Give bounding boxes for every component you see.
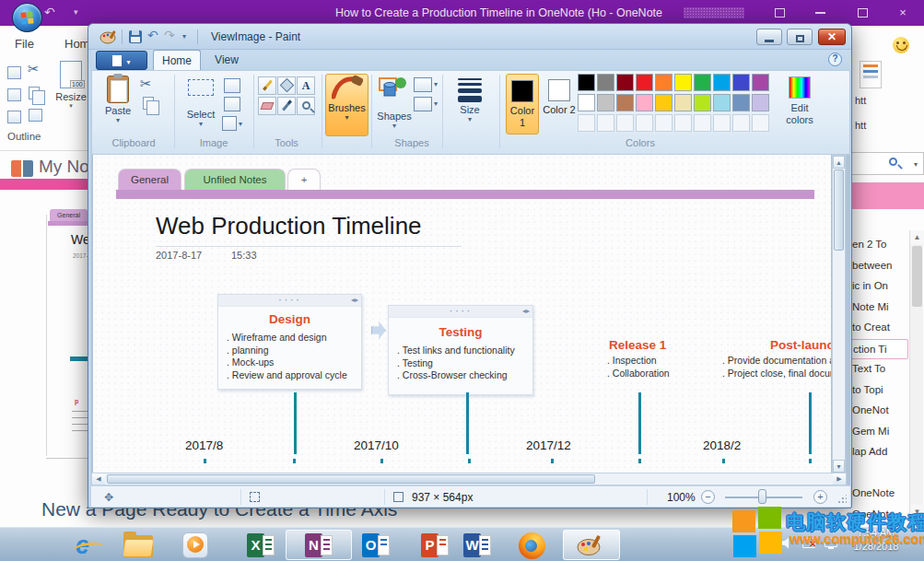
color-swatch-empty[interactable] — [732, 114, 750, 132]
select-button[interactable]: Select ▾ — [181, 76, 220, 128]
color-swatch[interactable] — [616, 94, 634, 111]
paint-titlebar[interactable]: ↶ ↷ ▾ ViewImage - Paint ✕ — [88, 24, 851, 50]
color-swatch[interactable] — [674, 94, 692, 111]
eraser-tool-icon[interactable] — [258, 97, 276, 115]
help-icon[interactable]: ? — [828, 53, 842, 66]
scrollbar-thumb[interactable] — [834, 169, 844, 251]
pencil-tool-icon[interactable] — [258, 76, 276, 95]
onenote-file-tab[interactable]: File — [15, 37, 34, 51]
shapes-icon[interactable] — [379, 76, 408, 101]
copy-icon[interactable] — [143, 97, 154, 110]
color2-button[interactable]: Color 2 — [543, 74, 576, 134]
color-swatch[interactable] — [636, 94, 653, 111]
color-swatch[interactable] — [732, 74, 750, 91]
color-swatch[interactable] — [578, 74, 595, 91]
color-swatch[interactable] — [752, 94, 769, 111]
onenote-scrollbar[interactable]: ▲ ▼ — [909, 230, 923, 519]
scroll-up-icon[interactable]: ▲ — [910, 230, 924, 244]
paint-redo-icon[interactable]: ↷ — [164, 28, 175, 42]
file-explorer-icon[interactable] — [123, 532, 153, 557]
onenote-restore-button[interactable] — [853, 6, 871, 19]
shape-fill-icon[interactable] — [414, 97, 432, 111]
scroll-up-icon[interactable]: ▲ — [833, 156, 845, 169]
scroll-left-icon[interactable]: ◀ — [92, 473, 105, 485]
media-player-icon[interactable] — [182, 532, 208, 558]
scroll-down-icon[interactable]: ▼ — [833, 460, 845, 473]
color-swatch[interactable] — [713, 74, 731, 91]
color-swatch[interactable] — [597, 94, 614, 111]
brushes-button[interactable]: Brushes ▾ — [325, 74, 368, 136]
fill-dropdown-icon[interactable]: ▾ — [434, 99, 438, 108]
scrollbar-thumb[interactable] — [912, 246, 922, 307]
resize-grip[interactable] — [837, 495, 847, 504]
paint-undo-icon[interactable]: ↶ — [147, 28, 158, 42]
smiley-feedback-icon[interactable] — [893, 37, 909, 53]
color-swatch[interactable] — [694, 94, 711, 111]
fill-tool-icon[interactable] — [277, 76, 296, 95]
paste-icon[interactable] — [29, 87, 40, 99]
rotate-icon[interactable] — [222, 116, 237, 131]
magnifier-tool-icon[interactable] — [297, 97, 315, 115]
scroll-right-icon[interactable]: ▶ — [833, 473, 846, 485]
undo-icon[interactable]: ↶ — [44, 5, 55, 19]
outline-dropdown-icon[interactable]: ▾ — [434, 80, 438, 88]
search-scope-dropdown-icon[interactable]: ▾ — [914, 160, 918, 169]
cut-icon[interactable]: ✂ — [28, 61, 40, 77]
crop-icon[interactable] — [224, 78, 240, 93]
cut-tool-icon[interactable]: ✂ — [140, 76, 152, 92]
color-swatch[interactable] — [713, 94, 731, 111]
onenote-close-button[interactable]: × — [894, 6, 912, 19]
resize-button[interactable]: 100 Resize ▾ — [53, 61, 88, 114]
word-icon[interactable]: W — [463, 532, 491, 559]
zoom-out-button[interactable]: − — [701, 490, 715, 504]
color-swatch[interactable] — [655, 94, 673, 111]
search-input[interactable]: ▾ — [848, 152, 924, 175]
shape-outline-icon[interactable] — [414, 77, 432, 92]
color-swatch-empty[interactable] — [578, 114, 595, 132]
outline-icon-2[interactable] — [7, 88, 21, 101]
color-picker-tool-icon[interactable] — [277, 97, 296, 115]
resize-image-icon[interactable] — [224, 97, 240, 111]
onenote-minimize-button[interactable] — [811, 6, 829, 19]
tab-home[interactable]: Home — [153, 50, 201, 70]
qat-dropdown-icon[interactable]: ▾ — [74, 7, 78, 17]
color-swatch[interactable] — [655, 74, 673, 91]
canvas-horizontal-scrollbar[interactable]: ◀ ▶ — [91, 473, 847, 485]
notebook-title[interactable]: My No — [39, 157, 89, 177]
outlook-icon[interactable]: O — [362, 532, 390, 559]
scrollbar-thumb[interactable] — [107, 474, 595, 484]
paint-file-menu-button[interactable]: ▾ — [96, 51, 147, 70]
zoom-in-button[interactable]: + — [813, 490, 827, 504]
link-fragment[interactable]: htt — [855, 120, 866, 131]
color-swatch-empty[interactable] — [713, 114, 731, 132]
color-swatch[interactable] — [597, 74, 614, 91]
edit-colors-button[interactable]: Edit colors — [780, 74, 819, 134]
color-swatch-empty[interactable] — [636, 114, 653, 132]
canvas-vertical-scrollbar[interactable]: ▲ ▼ — [832, 155, 846, 473]
tab-view[interactable]: View — [204, 50, 250, 70]
color-swatch-empty[interactable] — [752, 114, 769, 132]
onenote-icon[interactable]: N — [305, 532, 333, 559]
paint-canvas[interactable]: General Unfiled Notes + Web Production T… — [93, 155, 831, 473]
color-swatch[interactable] — [732, 94, 750, 111]
page-list-item[interactable]: ction Ti — [848, 339, 908, 360]
shapes-button[interactable]: Shapes ▾ — [375, 111, 414, 130]
qat-customize-icon[interactable]: ▾ — [182, 32, 186, 41]
size-button[interactable]: Size ▾ — [450, 76, 490, 123]
excel-icon[interactable]: X — [247, 532, 275, 559]
paste-button[interactable]: Paste ▾ — [100, 76, 135, 124]
paint-minimize-button[interactable] — [756, 29, 782, 45]
color-swatch-empty[interactable] — [694, 114, 711, 132]
color-swatch[interactable] — [616, 74, 634, 91]
paint-maximize-button[interactable] — [787, 29, 813, 45]
color-swatch-empty[interactable] — [616, 114, 634, 132]
outline-icon[interactable] — [7, 66, 21, 79]
start-button[interactable] — [12, 3, 42, 32]
color-swatch-empty[interactable] — [674, 114, 692, 132]
zoom-slider-thumb[interactable] — [758, 489, 766, 504]
outline-icon-4[interactable] — [29, 109, 42, 122]
outline-icon-3[interactable] — [7, 111, 21, 123]
color1-button[interactable]: Color 1 — [506, 74, 539, 134]
color-swatch[interactable] — [636, 74, 653, 91]
color-swatch[interactable] — [674, 74, 692, 91]
